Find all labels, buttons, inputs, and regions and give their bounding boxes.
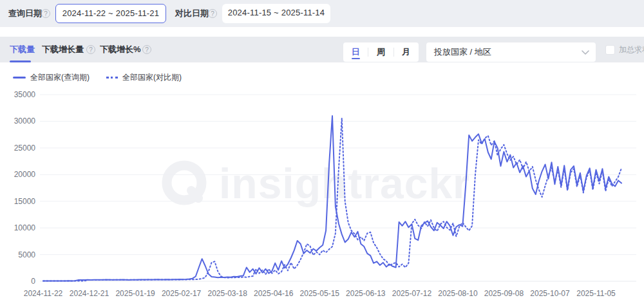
x-tick-label: 2025-01-19	[115, 289, 155, 298]
insightrackr-download-dashboard: { "topbar": { "query_label": "查询日期", "qu…	[0, 0, 644, 307]
x-tick-label: 2025-09-08	[484, 289, 524, 298]
region-dropdown-value: 投放国家 / 地区	[434, 42, 491, 62]
x-tick-label: 2025-11-05	[576, 289, 616, 298]
x-tick-label: 2025-08-10	[438, 289, 478, 298]
x-tick-label: 2025-04-16	[254, 289, 294, 298]
y-tick-label: 35000	[14, 90, 36, 99]
y-tick-label: 30000	[14, 116, 36, 126]
downloads-chart-card: insightrackr 050001000015000200002500030…	[0, 62, 644, 307]
series-line-solid	[43, 116, 621, 281]
region-dropdown[interactable]: 投放国家 / 地区	[426, 42, 596, 62]
granularity-month-button[interactable]: 月	[394, 42, 419, 62]
query-date-label: 查询日期	[8, 0, 42, 27]
x-tick-label: 2025-10-07	[530, 289, 570, 298]
legend-label: 全部国家(对比期)	[122, 72, 182, 83]
compare-date-label: 对比日期	[175, 0, 209, 27]
y-tick-label: 10000	[14, 223, 36, 232]
granularity-week-button[interactable]: 周	[368, 42, 393, 62]
download-growth-help-icon[interactable]: ?	[86, 45, 95, 54]
x-tick-label: 2025-03-18	[208, 289, 248, 298]
sum-total-checkbox[interactable]	[605, 45, 615, 55]
series-line-dotted	[43, 118, 621, 281]
x-tick-label: 2025-02-17	[162, 289, 202, 298]
solid-line-swatch	[13, 77, 26, 79]
compare-date-range-input[interactable]: 2024-11-15 ~ 2025-11-14	[222, 4, 330, 23]
query-date-range-input[interactable]: 2024-11-22 ~ 2025-11-21	[55, 4, 166, 23]
granularity-day-button[interactable]: 日	[343, 42, 368, 62]
legend-item-compare-period[interactable]: 全部国家(对比期)	[106, 72, 182, 83]
chart-legend: 全部国家(查询期) 全部国家(对比期)	[13, 72, 182, 83]
y-tick-label: 20000	[14, 170, 36, 179]
metric-toolbar: 下载量 下载增长量 ? 下载增长% ? 日 周 月 投放国家 / 地区 加总求和	[0, 37, 644, 62]
tab-download-growth[interactable]: 下载增长量	[42, 37, 84, 62]
x-tick-label: 2025-07-12	[392, 289, 432, 298]
chart-svg[interactable]: 050001000015000200002500030000350002024-…	[0, 62, 644, 307]
y-tick-label: 0	[31, 277, 35, 286]
chevron-down-icon	[582, 50, 589, 55]
x-tick-label: 2024-11-22	[24, 289, 63, 298]
y-tick-label: 15000	[14, 197, 36, 206]
legend-item-query-period[interactable]: 全部国家(查询期)	[13, 72, 90, 83]
x-tick-label: 2025-05-15	[300, 289, 340, 298]
sum-total-checkbox-label: 加总求和	[619, 37, 644, 62]
dotted-line-swatch	[106, 77, 118, 79]
legend-label: 全部国家(查询期)	[30, 72, 90, 83]
tab-download-growth-pct[interactable]: 下载增长%	[100, 37, 141, 62]
x-tick-label: 2025-06-13	[346, 289, 386, 298]
compare-date-help-icon[interactable]: ?	[208, 9, 217, 18]
download-growth-pct-help-icon[interactable]: ?	[142, 45, 151, 54]
tab-downloads[interactable]: 下载量	[10, 37, 35, 62]
x-tick-label: 2024-12-21	[70, 289, 109, 298]
y-tick-label: 5000	[18, 250, 35, 259]
query-date-help-icon[interactable]: ?	[41, 9, 50, 18]
granularity-switch: 日 周 月	[343, 42, 419, 62]
date-filter-bar: 查询日期 ? 2024-11-22 ~ 2025-11-21 对比日期 ? 20…	[0, 0, 644, 27]
y-tick-label: 25000	[14, 144, 36, 153]
